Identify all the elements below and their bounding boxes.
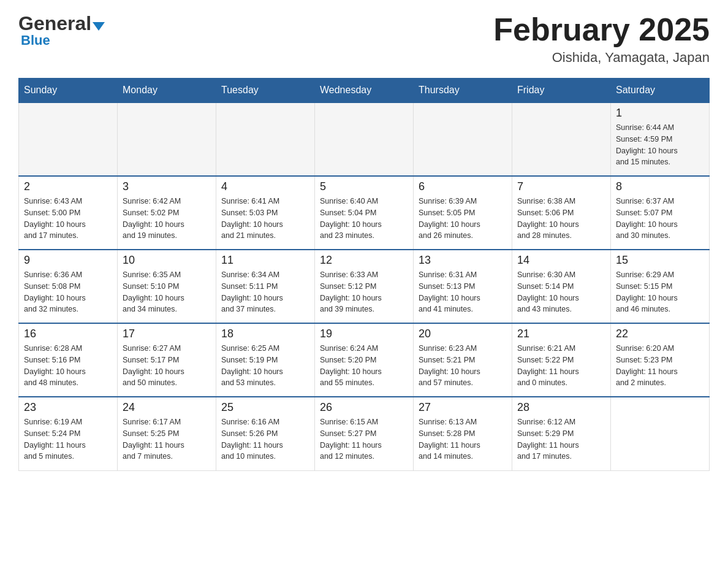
day-info: Sunrise: 6:16 AM Sunset: 5:26 PM Dayligh… (221, 416, 309, 462)
calendar-cell: 21Sunrise: 6:21 AM Sunset: 5:22 PM Dayli… (512, 323, 611, 397)
day-info: Sunrise: 6:24 AM Sunset: 5:20 PM Dayligh… (320, 343, 408, 389)
day-number: 26 (320, 401, 408, 414)
header-tuesday: Tuesday (216, 79, 315, 103)
day-number: 4 (221, 180, 309, 193)
calendar-cell (315, 102, 414, 176)
calendar-cell (216, 102, 315, 176)
day-info: Sunrise: 6:20 AM Sunset: 5:23 PM Dayligh… (616, 343, 704, 389)
day-number: 12 (320, 254, 408, 267)
month-title: February 2025 (493, 12, 710, 47)
day-info: Sunrise: 6:23 AM Sunset: 5:21 PM Dayligh… (419, 343, 507, 389)
calendar-cell: 27Sunrise: 6:13 AM Sunset: 5:28 PM Dayli… (414, 397, 512, 470)
calendar-cell (414, 102, 512, 176)
day-info: Sunrise: 6:25 AM Sunset: 5:19 PM Dayligh… (221, 343, 309, 389)
header-thursday: Thursday (414, 79, 512, 103)
day-number: 7 (517, 180, 605, 193)
calendar-cell: 13Sunrise: 6:31 AM Sunset: 5:13 PM Dayli… (414, 250, 512, 323)
day-info: Sunrise: 6:30 AM Sunset: 5:14 PM Dayligh… (517, 269, 605, 315)
header-sunday: Sunday (19, 79, 118, 103)
day-info: Sunrise: 6:31 AM Sunset: 5:13 PM Dayligh… (419, 269, 507, 315)
day-info: Sunrise: 6:40 AM Sunset: 5:04 PM Dayligh… (320, 196, 408, 242)
day-number: 11 (221, 254, 309, 267)
calendar-cell: 17Sunrise: 6:27 AM Sunset: 5:17 PM Dayli… (118, 323, 216, 397)
day-number: 25 (221, 401, 309, 414)
day-number: 22 (616, 327, 704, 340)
calendar-cell: 28Sunrise: 6:12 AM Sunset: 5:29 PM Dayli… (512, 397, 611, 470)
day-number: 24 (123, 401, 211, 414)
header-wednesday: Wednesday (315, 79, 414, 103)
header-monday: Monday (118, 79, 216, 103)
calendar-cell: 18Sunrise: 6:25 AM Sunset: 5:19 PM Dayli… (216, 323, 315, 397)
day-info: Sunrise: 6:39 AM Sunset: 5:05 PM Dayligh… (419, 196, 507, 242)
day-info: Sunrise: 6:13 AM Sunset: 5:28 PM Dayligh… (419, 416, 507, 462)
logo-general: General (18, 12, 91, 34)
day-number: 8 (616, 180, 704, 193)
day-info: Sunrise: 6:38 AM Sunset: 5:06 PM Dayligh… (517, 196, 605, 242)
day-number: 20 (419, 327, 507, 340)
calendar-cell: 20Sunrise: 6:23 AM Sunset: 5:21 PM Dayli… (414, 323, 512, 397)
day-number: 19 (320, 327, 408, 340)
location: Oishida, Yamagata, Japan (493, 50, 710, 66)
weekday-header-row: Sunday Monday Tuesday Wednesday Thursday… (19, 79, 710, 103)
day-info: Sunrise: 6:42 AM Sunset: 5:02 PM Dayligh… (123, 196, 211, 242)
calendar-cell: 12Sunrise: 6:33 AM Sunset: 5:12 PM Dayli… (315, 250, 414, 323)
day-info: Sunrise: 6:21 AM Sunset: 5:22 PM Dayligh… (517, 343, 605, 389)
day-number: 3 (123, 180, 211, 193)
calendar-week-row: 1Sunrise: 6:44 AM Sunset: 4:59 PM Daylig… (19, 102, 710, 176)
calendar-cell: 11Sunrise: 6:34 AM Sunset: 5:11 PM Dayli… (216, 250, 315, 323)
day-number: 27 (419, 401, 507, 414)
calendar-cell: 8Sunrise: 6:37 AM Sunset: 5:07 PM Daylig… (611, 176, 710, 250)
day-number: 21 (517, 327, 605, 340)
day-number: 10 (123, 254, 211, 267)
calendar-cell: 25Sunrise: 6:16 AM Sunset: 5:26 PM Dayli… (216, 397, 315, 470)
day-number: 5 (320, 180, 408, 193)
calendar-week-row: 23Sunrise: 6:19 AM Sunset: 5:24 PM Dayli… (19, 397, 710, 470)
day-info: Sunrise: 6:27 AM Sunset: 5:17 PM Dayligh… (123, 343, 211, 389)
calendar-cell: 26Sunrise: 6:15 AM Sunset: 5:27 PM Dayli… (315, 397, 414, 470)
calendar-cell: 3Sunrise: 6:42 AM Sunset: 5:02 PM Daylig… (118, 176, 216, 250)
day-info: Sunrise: 6:43 AM Sunset: 5:00 PM Dayligh… (24, 196, 112, 242)
page-header: General Blue February 2025 Oishida, Yama… (18, 12, 710, 66)
calendar-cell (512, 102, 611, 176)
day-info: Sunrise: 6:15 AM Sunset: 5:27 PM Dayligh… (320, 416, 408, 462)
day-info: Sunrise: 6:36 AM Sunset: 5:08 PM Dayligh… (24, 269, 112, 315)
calendar-week-row: 16Sunrise: 6:28 AM Sunset: 5:16 PM Dayli… (19, 323, 710, 397)
calendar-cell: 4Sunrise: 6:41 AM Sunset: 5:03 PM Daylig… (216, 176, 315, 250)
calendar-body: 1Sunrise: 6:44 AM Sunset: 4:59 PM Daylig… (19, 102, 710, 470)
logo-blue: Blue (21, 33, 50, 48)
day-number: 6 (419, 180, 507, 193)
logo-triangle-icon (93, 22, 105, 31)
logo: General Blue (18, 12, 105, 48)
day-info: Sunrise: 6:28 AM Sunset: 5:16 PM Dayligh… (24, 343, 112, 389)
calendar-cell: 19Sunrise: 6:24 AM Sunset: 5:20 PM Dayli… (315, 323, 414, 397)
day-info: Sunrise: 6:29 AM Sunset: 5:15 PM Dayligh… (616, 269, 704, 315)
calendar-cell: 9Sunrise: 6:36 AM Sunset: 5:08 PM Daylig… (19, 250, 118, 323)
calendar-header: Sunday Monday Tuesday Wednesday Thursday… (19, 79, 710, 103)
calendar-cell: 14Sunrise: 6:30 AM Sunset: 5:14 PM Dayli… (512, 250, 611, 323)
day-number: 1 (616, 107, 704, 120)
calendar-cell: 22Sunrise: 6:20 AM Sunset: 5:23 PM Dayli… (611, 323, 710, 397)
header-friday: Friday (512, 79, 611, 103)
day-info: Sunrise: 6:17 AM Sunset: 5:25 PM Dayligh… (123, 416, 211, 462)
calendar-cell (19, 102, 118, 176)
day-number: 9 (24, 254, 112, 267)
day-info: Sunrise: 6:19 AM Sunset: 5:24 PM Dayligh… (24, 416, 112, 462)
day-number: 16 (24, 327, 112, 340)
day-info: Sunrise: 6:37 AM Sunset: 5:07 PM Dayligh… (616, 196, 704, 242)
day-info: Sunrise: 6:12 AM Sunset: 5:29 PM Dayligh… (517, 416, 605, 462)
logo-wordmark: General (18, 12, 105, 35)
calendar-cell: 6Sunrise: 6:39 AM Sunset: 5:05 PM Daylig… (414, 176, 512, 250)
day-info: Sunrise: 6:41 AM Sunset: 5:03 PM Dayligh… (221, 196, 309, 242)
day-number: 28 (517, 401, 605, 414)
calendar-cell (611, 397, 710, 470)
calendar-cell: 23Sunrise: 6:19 AM Sunset: 5:24 PM Dayli… (19, 397, 118, 470)
calendar-cell: 2Sunrise: 6:43 AM Sunset: 5:00 PM Daylig… (19, 176, 118, 250)
calendar-week-row: 2Sunrise: 6:43 AM Sunset: 5:00 PM Daylig… (19, 176, 710, 250)
calendar-table: Sunday Monday Tuesday Wednesday Thursday… (18, 78, 710, 471)
calendar-cell: 16Sunrise: 6:28 AM Sunset: 5:16 PM Dayli… (19, 323, 118, 397)
calendar-cell: 5Sunrise: 6:40 AM Sunset: 5:04 PM Daylig… (315, 176, 414, 250)
day-number: 17 (123, 327, 211, 340)
calendar-cell: 24Sunrise: 6:17 AM Sunset: 5:25 PM Dayli… (118, 397, 216, 470)
header-saturday: Saturday (611, 79, 710, 103)
day-number: 2 (24, 180, 112, 193)
